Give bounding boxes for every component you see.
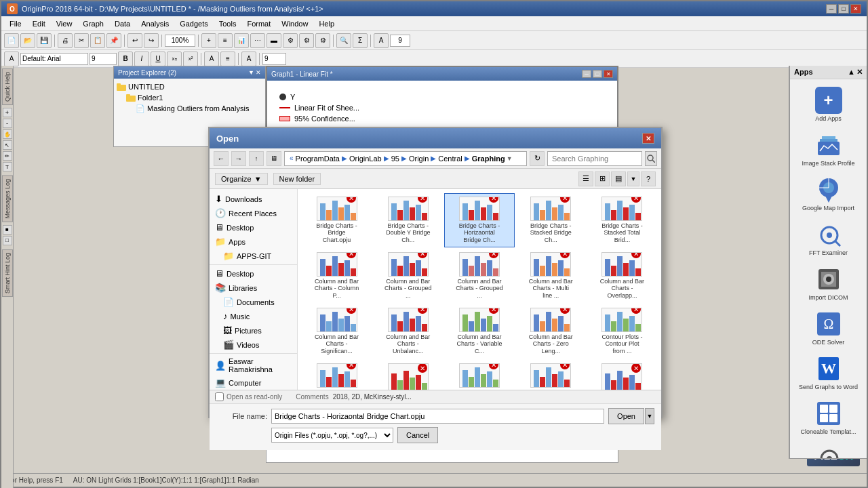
- smart-hint-label[interactable]: Smart Hint Log: [2, 249, 13, 297]
- file-item[interactable]: ✕Contour Plots - XYZ Contour.op iu: [516, 360, 586, 390]
- image-stack-item[interactable]: Image Stack Profile: [794, 128, 863, 170]
- msg-btn1[interactable]: ■: [3, 225, 12, 235]
- view-more-btn[interactable]: ▼: [627, 171, 639, 186]
- nav-music[interactable]: ♪ Music: [210, 309, 297, 323]
- menu-edit[interactable]: Edit: [27, 18, 51, 29]
- organize-btn[interactable]: Organize ▼: [215, 173, 268, 185]
- tool1-btn[interactable]: ⚙: [283, 33, 298, 48]
- file-item[interactable]: ✕Column and Bar Charts - Unbalanc...: [373, 304, 443, 359]
- sub-btn[interactable]: x₂: [167, 52, 182, 66]
- fft-examiner-item[interactable]: FFT Examiner: [794, 218, 863, 260]
- filename-input[interactable]: [271, 409, 604, 424]
- filter-btn[interactable]: 🔍: [336, 33, 351, 48]
- project-close-btn[interactable]: ✕: [256, 69, 261, 76]
- save-btn[interactable]: 💾: [37, 33, 52, 48]
- color-btn[interactable]: A: [204, 52, 219, 66]
- search-input[interactable]: [547, 151, 642, 166]
- import-dicom-item[interactable]: Import DICOM: [794, 262, 863, 304]
- address-path[interactable]: « ProgramData ▶ OriginLab ▶ 95 ▶ Origin …: [284, 151, 527, 166]
- add-col-btn[interactable]: +: [201, 33, 216, 48]
- open-arrow-btn[interactable]: ▼: [645, 408, 654, 424]
- cut-btn[interactable]: ✂: [74, 33, 89, 48]
- nav-documents[interactable]: 📄 Documents: [210, 295, 297, 309]
- pan-btn[interactable]: ✋: [3, 129, 12, 139]
- view-detail-btn[interactable]: ▤: [611, 171, 626, 186]
- file-item[interactable]: ✕Bridge Charts - Double Y Bridge Ch...: [373, 193, 443, 247]
- menu-data[interactable]: Data: [109, 18, 136, 29]
- path-part-3[interactable]: 95: [391, 155, 399, 163]
- extra1-btn[interactable]: A: [374, 33, 389, 48]
- view-list-btn[interactable]: ☰: [578, 171, 593, 186]
- nav-videos[interactable]: 🎬 Videos: [210, 338, 297, 352]
- menu-window[interactable]: Window: [276, 18, 313, 29]
- file-item[interactable]: ✕Bridge Charts - Stacked Bridge Ch...: [516, 193, 586, 247]
- bold-btn[interactable]: B: [118, 52, 133, 66]
- tree-folder1[interactable]: Folder1: [117, 92, 262, 103]
- path-part-6[interactable]: Graphing: [472, 155, 505, 163]
- messages-log-label[interactable]: Messages Log: [2, 176, 13, 222]
- file-item[interactable]: ✕Column and Bar Charts - Significan...: [302, 304, 372, 359]
- path-part-4[interactable]: Origin: [409, 155, 429, 163]
- path-part-1[interactable]: ProgramData: [296, 155, 340, 163]
- print-btn[interactable]: 🖨: [58, 33, 73, 48]
- file-item[interactable]: ✕Contour Plots - Map Combining Line and …: [444, 360, 514, 390]
- msg-btn2[interactable]: □: [3, 236, 12, 245]
- refresh-btn[interactable]: ↻: [530, 151, 545, 166]
- menu-file[interactable]: File: [4, 18, 27, 29]
- zoom-in-btn[interactable]: +: [3, 108, 12, 117]
- cloneable-item[interactable]: Cloneable Templat...: [794, 396, 863, 439]
- open-btn[interactable]: 📂: [20, 33, 35, 48]
- nav-desktop[interactable]: 🖥 Desktop: [210, 220, 297, 235]
- font-color2[interactable]: A: [241, 52, 256, 66]
- menu-gadgets[interactable]: Gadgets: [174, 18, 214, 29]
- nav-appsgit[interactable]: 📁 APPS-GIT: [210, 249, 297, 263]
- add-apps-item[interactable]: + Add Apps: [794, 83, 863, 125]
- redo-btn[interactable]: ↪: [144, 33, 159, 48]
- menu-analysis[interactable]: Analysis: [136, 18, 174, 29]
- minimize-btn[interactable]: ─: [826, 4, 837, 14]
- file-item[interactable]: ✕Contour Plots - Heat Map.opju: [373, 360, 443, 390]
- dialog-close-btn[interactable]: ✕: [642, 133, 654, 144]
- google-map-item[interactable]: Google Map Import: [794, 173, 863, 215]
- file-item[interactable]: ✕Column and Bar Charts - Column P...: [302, 249, 372, 303]
- file-item[interactable]: ✕Column and Bar Charts - Grouped ...: [373, 249, 443, 303]
- font-size-input2[interactable]: [90, 53, 117, 65]
- path-part-2[interactable]: OriginLab: [349, 155, 382, 163]
- project-expand-btn[interactable]: ▼: [248, 69, 254, 76]
- file-item[interactable]: ✕Bridge Charts - Stacked Total Brid...: [587, 193, 657, 247]
- undo-btn[interactable]: ↩: [127, 33, 142, 48]
- sup-btn[interactable]: x²: [183, 52, 198, 66]
- select-btn[interactable]: ↖: [3, 140, 12, 150]
- filetype-select[interactable]: Origin Files (*.opju, *.opj, *.og?,...): [271, 428, 393, 443]
- graph-close-btn[interactable]: ✕: [604, 70, 613, 78]
- chart-btn[interactable]: 📊: [234, 33, 249, 48]
- copy-btn[interactable]: 📋: [90, 33, 105, 48]
- font-size-input[interactable]: 9: [390, 35, 410, 47]
- menu-graph[interactable]: Graph: [77, 18, 109, 29]
- quick-help-label[interactable]: Quick Help: [2, 68, 13, 105]
- stat-btn[interactable]: Σ: [353, 33, 368, 48]
- tool3-btn[interactable]: ⚙: [315, 33, 330, 48]
- forward-btn[interactable]: →: [231, 151, 246, 166]
- new-btn[interactable]: 📄: [4, 33, 19, 48]
- computer-btn[interactable]: 🖥: [267, 151, 281, 166]
- help-btn[interactable]: ?: [641, 171, 656, 186]
- close-btn[interactable]: ✕: [850, 4, 861, 14]
- tool2-btn[interactable]: ⚙: [299, 33, 314, 48]
- nav-downloads[interactable]: ⬇ Downloads: [210, 192, 297, 206]
- menu-view[interactable]: View: [51, 18, 78, 29]
- underline-btn[interactable]: U: [151, 52, 165, 66]
- apps-close-btn[interactable]: ✕: [856, 68, 863, 77]
- tree-masking[interactable]: 📄 Masking Outliers from Analysis: [117, 103, 262, 114]
- path-part-5[interactable]: Central: [438, 155, 462, 163]
- file-item[interactable]: ✕Contour Plots - Contour Plot with ...: [302, 360, 372, 390]
- file-item[interactable]: ✕Contour Plots - Contour Plot from ...: [587, 304, 657, 359]
- fmt-icon[interactable]: A: [4, 52, 19, 66]
- file-item[interactable]: ✕Demo - Function Plots.opju: [587, 360, 657, 390]
- back-btn[interactable]: ←: [214, 151, 229, 166]
- view-grid-btn[interactable]: ⊞: [595, 171, 610, 186]
- align-btn[interactable]: ≡: [220, 52, 235, 66]
- nav-apps[interactable]: 📁 Apps: [210, 235, 297, 249]
- bar-btn[interactable]: ▬: [267, 33, 281, 48]
- file-item[interactable]: ✕Bridge Charts - Horizaontal Bridge Ch..…: [444, 193, 514, 247]
